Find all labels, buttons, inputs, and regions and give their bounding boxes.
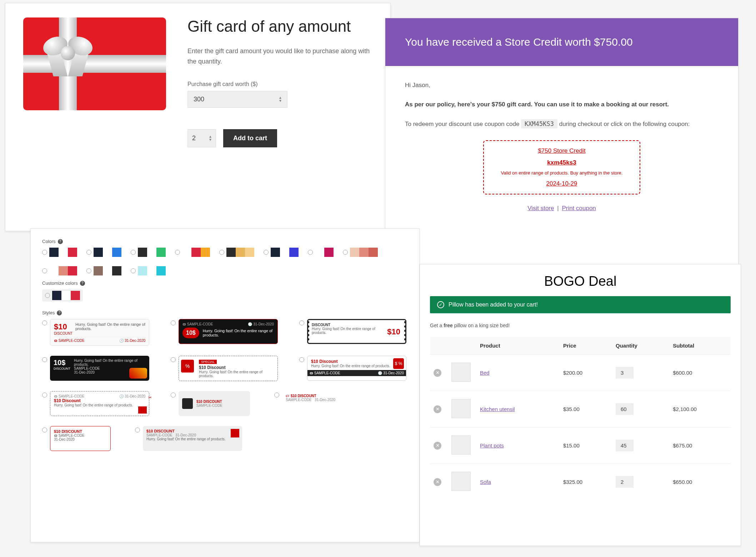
quantity-input[interactable]: 45 xyxy=(616,440,634,451)
coupon-style-option[interactable]: 10$DISCOUNT Hurry. Going fast! On the en… xyxy=(42,356,149,381)
banner-text: Pillow has been added to your cart! xyxy=(449,302,538,308)
color-palette-option[interactable] xyxy=(219,248,254,257)
percent-icon: $ % xyxy=(393,358,404,369)
quantity-input[interactable]: 3 xyxy=(616,367,634,379)
add-to-cart-button[interactable]: Add to cart xyxy=(223,129,277,147)
visit-store-link[interactable]: Visit store xyxy=(527,205,554,212)
color-palette-option[interactable] xyxy=(131,266,166,275)
color-swatch xyxy=(147,248,156,257)
color-swatch xyxy=(138,266,147,275)
subtotal-cell: $675.00 xyxy=(669,427,731,464)
color-palette-option[interactable] xyxy=(175,248,210,257)
customize-palette-option[interactable] xyxy=(42,289,83,302)
stepper-arrows-icon[interactable]: ▴▾ xyxy=(209,135,211,142)
coupon-style-option[interactable]: 🎟 SAMPLE-CODE 🕒 31-Dec-2020 $10 Discount… xyxy=(42,391,149,416)
quantity-input[interactable]: 2 ▴▾ xyxy=(187,129,216,147)
help-icon[interactable]: ? xyxy=(57,310,62,315)
product-link[interactable]: Plant pots xyxy=(480,442,504,449)
color-swatch xyxy=(350,248,359,257)
coupon-box[interactable]: $750 Store Credit kxm45ks3 Valid on enti… xyxy=(483,140,640,195)
color-palette-option[interactable] xyxy=(131,248,166,257)
policy-text: As per our policy, here's your $750 gift… xyxy=(405,100,719,110)
color-swatch xyxy=(59,266,68,275)
coupon-style-option[interactable]: $10DISCOUNT Hurry. Going fast! On the en… xyxy=(42,319,149,346)
radio-icon[interactable] xyxy=(86,250,91,255)
color-swatch xyxy=(112,248,121,257)
radio-icon[interactable] xyxy=(45,293,50,298)
color-palette-option[interactable] xyxy=(42,266,77,275)
check-icon: ✓ xyxy=(437,301,444,308)
radio-icon[interactable] xyxy=(42,320,47,325)
color-swatch xyxy=(68,266,77,275)
radio-icon[interactable] xyxy=(219,250,224,255)
color-palette-option[interactable] xyxy=(343,248,378,257)
coupon-style-option[interactable]: $10 DISCOUNT 🎟 SAMPLE-CODE 31-Dec-2020 xyxy=(42,426,114,451)
color-swatch xyxy=(289,248,299,257)
color-swatch xyxy=(156,266,166,275)
radio-icon[interactable] xyxy=(42,393,47,398)
radio-icon[interactable] xyxy=(42,250,47,255)
color-palette-option[interactable] xyxy=(86,266,121,275)
radio-icon[interactable] xyxy=(131,250,136,255)
cart-success-banner: ✓ Pillow has been added to your cart! xyxy=(430,296,731,313)
product-thumbnail[interactable] xyxy=(451,472,471,491)
coupon-style-option[interactable]: DISCOUNT Hurry. Going fast! On the entir… xyxy=(299,319,406,346)
product-link[interactable]: Bed xyxy=(480,370,490,376)
color-swatch xyxy=(94,248,103,257)
color-swatch xyxy=(49,266,59,275)
coupon-style-option[interactable]: $10 DISCOUNT SAMPLE-CODE 31-Dec-2020 Hur… xyxy=(135,426,242,451)
customize-colors-label: Customize colors ? xyxy=(42,280,408,286)
radio-icon[interactable] xyxy=(308,250,313,255)
radio-icon[interactable] xyxy=(42,427,47,432)
stepper-arrows-icon[interactable]: ▴▾ xyxy=(279,96,281,103)
gift-amount-input[interactable]: 300 ▴▾ xyxy=(187,91,287,108)
remove-item-button[interactable]: ✕ xyxy=(434,478,441,486)
color-swatch xyxy=(52,291,61,300)
radio-icon[interactable] xyxy=(264,250,269,255)
color-palette-option[interactable] xyxy=(308,248,334,257)
radio-icon[interactable] xyxy=(171,320,176,325)
coupon-title-link[interactable]: $750 Store Credit xyxy=(538,147,585,154)
radio-icon[interactable] xyxy=(171,357,176,362)
radio-icon[interactable] xyxy=(171,393,176,398)
coupon-style-option[interactable]: 🏷$10 DISCOUNT SAMPLE-CODE 31-Dec-2020 xyxy=(274,391,367,416)
quantity-input[interactable]: 2 xyxy=(616,476,634,488)
bogo-panel: BOGO Deal ✓ Pillow has been added to you… xyxy=(420,264,741,546)
coupon-style-option[interactable]: $10 Discount Hurry. Going fast! On the e… xyxy=(299,356,406,381)
print-coupon-link[interactable]: Print coupon xyxy=(562,205,596,212)
radio-icon[interactable] xyxy=(343,250,348,255)
radio-icon[interactable] xyxy=(299,320,304,325)
color-palette-option[interactable] xyxy=(42,248,77,257)
table-row: ✕Plant pots$15.0045$675.00 xyxy=(430,427,731,464)
remove-item-button[interactable]: ✕ xyxy=(434,369,441,377)
coupon-style-option[interactable]: 🎟 SAMPLE-CODE 🕒 31-Dec-2020 10$ Hurry. G… xyxy=(171,319,278,346)
color-swatch xyxy=(324,248,334,257)
help-icon[interactable]: ? xyxy=(80,281,85,286)
product-link[interactable]: Kitchen utensil xyxy=(480,406,515,412)
radio-icon[interactable] xyxy=(175,250,180,255)
radio-icon[interactable] xyxy=(86,268,91,273)
product-thumbnail[interactable] xyxy=(451,363,471,382)
product-link[interactable]: Sofa xyxy=(480,479,491,485)
radio-icon[interactable] xyxy=(135,427,140,432)
color-palette-option[interactable] xyxy=(86,248,121,257)
radio-icon[interactable] xyxy=(131,268,136,273)
radio-icon[interactable] xyxy=(42,268,47,273)
coupon-style-option[interactable]: $10 DISCOUNT SAMPLE-CODE xyxy=(171,391,253,416)
remove-item-button[interactable]: ✕ xyxy=(434,405,441,413)
gift-card-description: Enter the gift card amount you would lik… xyxy=(187,46,372,67)
help-icon[interactable]: ? xyxy=(58,239,63,244)
color-swatch xyxy=(236,248,245,257)
radio-icon[interactable] xyxy=(42,357,47,362)
remove-item-button[interactable]: ✕ xyxy=(434,442,441,450)
radio-icon[interactable] xyxy=(274,393,279,398)
coupon-style-option[interactable]: % SPECIAL $10 Discount Hurry. Going fast… xyxy=(171,356,278,381)
quantity-input[interactable]: 60 xyxy=(616,403,634,415)
color-palette-row xyxy=(42,248,408,275)
radio-icon[interactable] xyxy=(299,357,304,362)
color-swatch xyxy=(245,248,254,257)
color-palette-option[interactable] xyxy=(264,248,299,257)
product-thumbnail[interactable] xyxy=(451,399,471,418)
store-credit-header: You have received a Store Credit worth $… xyxy=(385,18,738,66)
product-thumbnail[interactable] xyxy=(451,435,471,455)
